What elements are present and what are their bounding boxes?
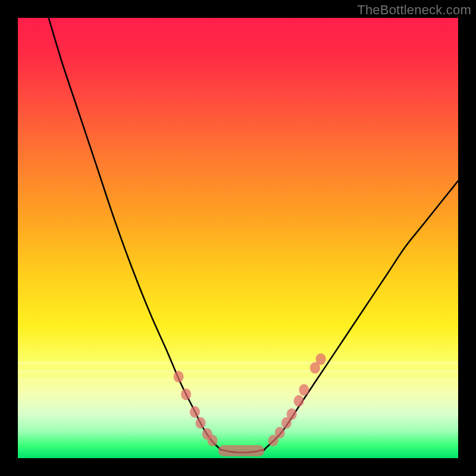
curve-marker [299, 384, 309, 396]
curve-marker [316, 353, 326, 365]
bottom-capsule [218, 445, 265, 456]
watermark-label: TheBottleneck.com [357, 2, 471, 18]
curve-marker [174, 371, 184, 383]
curve-marker [181, 389, 191, 400]
curve-marker [190, 406, 200, 418]
bottom-capsule-shape [218, 445, 265, 456]
bottleneck-curve [49, 18, 458, 453]
chart-stage: TheBottleneck.com [0, 0, 476, 476]
curve-markers [174, 353, 326, 446]
plot-area [18, 18, 458, 458]
curve-marker [294, 395, 304, 407]
curve-marker [196, 417, 206, 429]
chart-svg [18, 18, 458, 458]
curve-marker [275, 427, 285, 439]
curve-marker [287, 408, 297, 420]
curve-marker [208, 435, 218, 447]
